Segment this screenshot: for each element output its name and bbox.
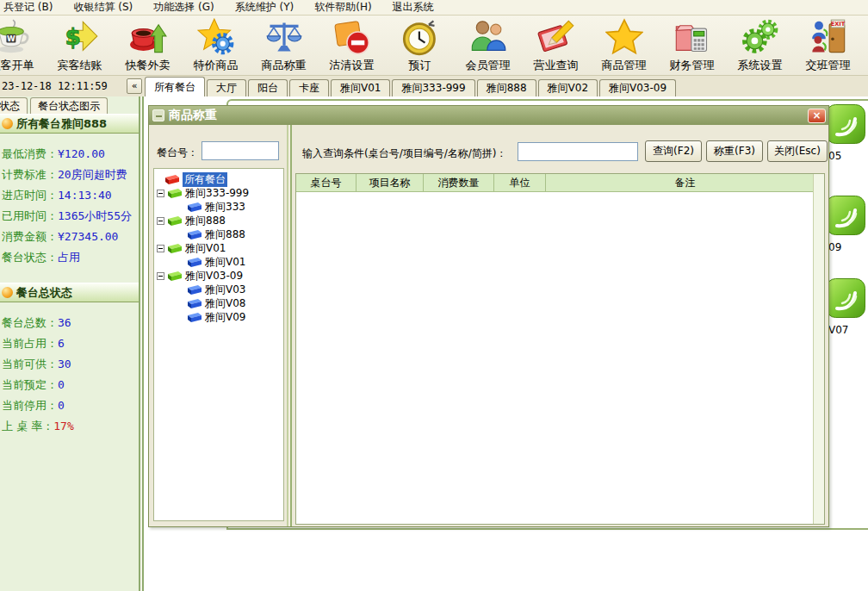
clock-icon (400, 17, 440, 57)
toolbar-button-finance[interactable]: 财务管理 (658, 16, 726, 75)
info-row: 当前预定：0 (2, 377, 139, 393)
toolbar-label: 会员管理 (466, 58, 511, 73)
tree-node-all-tables[interactable]: 所有餐台 (154, 172, 283, 186)
tree-node-table[interactable]: 雅间V01 (154, 255, 283, 269)
section-title: 所有餐台雅间888 (16, 116, 107, 132)
tab-room-v03-09[interactable]: 雅间V03-09 (599, 79, 676, 96)
section-title: 餐台总状态 (16, 285, 72, 301)
toolbar-button-special-items[interactable]: 特价商品 (182, 16, 250, 75)
table-tile[interactable]: 05 (825, 103, 866, 162)
toolbar-label: 营业查询 (534, 58, 579, 73)
info-row-occupancy-rate: 上 桌 率：17% (2, 419, 139, 434)
col-item-name: 项目名称 (356, 174, 424, 191)
tab-hall[interactable]: 大厅 (207, 79, 246, 96)
info-row: 当前占用：6 (2, 336, 139, 351)
tab-room-v02[interactable]: 雅间V02 (538, 79, 598, 96)
query-input[interactable] (518, 142, 638, 161)
dialog-title: 商品称重 (169, 108, 217, 123)
tab-all-tables[interactable]: 所有餐台 (145, 77, 205, 96)
tree-node-group[interactable]: 雅间V03-09 (154, 269, 283, 283)
soldout-stop-icon (332, 17, 372, 57)
close-button[interactable]: 关闭(Esc) (767, 140, 828, 162)
subtab-status-diagram[interactable]: 餐台状态图示 (30, 97, 108, 114)
sales-query-icon (536, 17, 576, 57)
tree-node-table[interactable]: 雅间888 (154, 227, 283, 241)
table-tile-label: 05 (825, 150, 866, 162)
table-tile[interactable]: 09 (825, 195, 866, 253)
green-table-icon (167, 188, 183, 199)
scales-icon (264, 17, 304, 57)
grid-scrollbar[interactable] (813, 174, 824, 524)
toolbar-button-soldout-settings[interactable]: 沽清设置 (318, 16, 386, 75)
col-quantity: 消费数量 (424, 174, 494, 191)
collapse-expander-icon[interactable] (157, 190, 164, 197)
tree-node-table[interactable]: 雅间V03 (154, 283, 283, 296)
tree-node-group[interactable]: 雅间888 (154, 214, 283, 227)
app-window: 兵登记 (B) 收银结算 (S) 功能选择 (G) 系统维护 (Y) 软件帮助(… (0, 0, 868, 591)
collapse-expander-icon[interactable] (157, 217, 164, 225)
toolbar-button-system-settings[interactable]: 系统设置 (726, 16, 794, 75)
info-row: 餐台状态：占用 (2, 250, 139, 265)
table-area-tabbar: 23-12-18 12:11:59 « 所有餐台 大厅 阳台 卡座 雅间V01 … (0, 76, 868, 96)
menu-item-functions[interactable]: 功能选择 (G) (143, 0, 224, 15)
blue-table-icon (187, 312, 202, 323)
tree-node-table[interactable]: 雅间V08 (154, 296, 283, 310)
tab-room-v01[interactable]: 雅间V01 (331, 79, 390, 96)
orange-ball-icon (2, 118, 13, 129)
menu-item-help[interactable]: 软件帮助(H) (304, 0, 381, 15)
collapse-sidebar-button[interactable]: « (127, 78, 142, 94)
blue-table-icon (187, 284, 202, 296)
dialog-icon (152, 109, 164, 121)
subtab-status[interactable]: 状态 (0, 97, 28, 114)
toolbar-label: 沽清设置 (330, 58, 375, 73)
query-button[interactable]: 查询(F2) (645, 140, 702, 162)
toolbar-button-reservation[interactable]: 预订 (386, 16, 454, 75)
dialog-titlebar[interactable]: 商品称重 × (149, 106, 828, 125)
toolbar-button-sales-query[interactable]: 营业查询 (522, 16, 590, 75)
tab-booth[interactable]: 卡座 (289, 79, 329, 96)
tree-node-group[interactable]: 雅间V01 (154, 241, 283, 255)
takeout-cup-icon (128, 17, 168, 57)
toolbar-button-checkout[interactable]: $ 宾客结账 (46, 16, 114, 75)
tab-balcony[interactable]: 阳台 (248, 79, 288, 96)
toolbar-label: 顾客开单 (0, 58, 34, 73)
info-row: 已用时间：1365小时55分 (2, 208, 139, 224)
tree-node-group[interactable]: 雅间333-999 (154, 186, 283, 200)
tree-node-table[interactable]: 雅间V09 (154, 310, 283, 324)
query-label: 输入查询条件(桌台号/项目编号/名称/简拼)： (302, 146, 507, 161)
datetime-display: 23-12-18 12:11:59 (2, 80, 108, 92)
toolbar-button-open-order[interactable]: W 顾客开单 (0, 16, 46, 75)
toolbar-button-weigh[interactable]: 商品称重 (250, 16, 318, 75)
close-icon[interactable]: × (808, 109, 826, 123)
table-tile[interactable]: V07 (825, 277, 866, 336)
menu-item-exit[interactable]: 退出系统 (382, 0, 444, 15)
toolbar-label: 财务管理 (670, 58, 715, 73)
weigh-button[interactable]: 称重(F3) (706, 140, 763, 162)
finance-calculator-icon (673, 17, 712, 57)
collapse-expander-icon[interactable] (157, 272, 164, 280)
menu-item-login[interactable]: 兵登记 (B) (0, 0, 63, 15)
gears-icon (741, 17, 780, 57)
svg-text:W: W (7, 34, 16, 43)
info-row: 当前停用：0 (2, 398, 139, 414)
table-no-input[interactable] (202, 141, 279, 160)
col-remark: 备注 (546, 174, 824, 191)
tree-node-table[interactable]: 雅间333 (154, 200, 283, 214)
toolbar-button-product-manage[interactable]: 商品管理 (590, 16, 658, 75)
total-status-section-header: 餐台总状态 (0, 283, 139, 302)
toolbar-label: 宾客结账 (58, 58, 102, 73)
collapse-expander-icon[interactable] (157, 245, 164, 252)
dialog-splitter[interactable] (287, 125, 292, 526)
green-table-icon (167, 271, 183, 282)
table-leaf-icon (825, 195, 866, 236)
sidebar-separator (139, 96, 144, 591)
menu-item-cashier[interactable]: 收银结算 (S) (63, 0, 143, 15)
toolbar-button-shift-manage[interactable]: EXIT 交班管理 (794, 16, 862, 75)
toolbar-label: 快餐外卖 (126, 58, 170, 73)
toolbar-button-members[interactable]: 会员管理 (454, 16, 522, 75)
tab-room-333-999[interactable]: 雅间333-999 (392, 79, 474, 96)
toolbar-label: 商品管理 (602, 58, 647, 73)
tab-room-888[interactable]: 雅间888 (477, 79, 536, 96)
menu-item-maintenance[interactable]: 系统维护 (Y) (225, 0, 305, 15)
toolbar-button-takeout[interactable]: 快餐外卖 (114, 16, 182, 75)
